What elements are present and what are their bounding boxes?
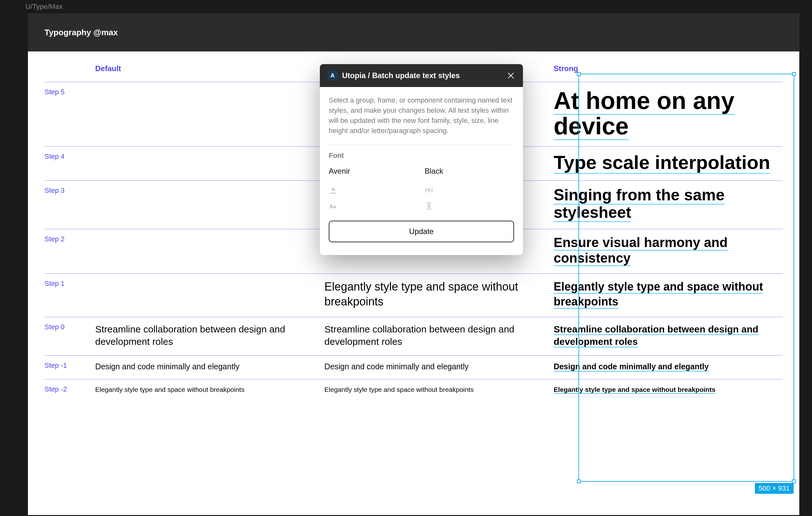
sample-prose[interactable]: Elegantly style type and space without b…: [324, 379, 553, 401]
step-label: Step -1: [45, 356, 95, 379]
step-label: Step 0: [45, 317, 95, 355]
sample-default[interactable]: [95, 147, 324, 181]
dialog-header[interactable]: A Utopia / Batch update text styles: [320, 64, 523, 87]
sample-strong[interactable]: Elegantly style type and space without b…: [554, 274, 783, 317]
sample-default[interactable]: [95, 274, 324, 317]
sample-default[interactable]: Streamline collaboration between design …: [95, 317, 324, 355]
font-weight-select[interactable]: Black: [425, 164, 514, 178]
step-label: Step 4: [45, 147, 95, 181]
breadcrumb[interactable]: U/Type/Max: [0, 0, 812, 13]
sample-default[interactable]: [95, 181, 324, 229]
dialog-body: Select a group, frame, or component cont…: [320, 87, 523, 255]
sample-prose[interactable]: Streamline collaboration between design …: [324, 317, 553, 355]
step-label: Step 3: [45, 181, 95, 229]
col-header-strong: Strong: [554, 51, 783, 82]
step-label: Step -2: [45, 379, 95, 401]
frame-header: Typography @max: [28, 13, 799, 51]
resize-handle-br[interactable]: [792, 480, 796, 483]
font-size-icon[interactable]: [329, 200, 339, 211]
paragraph-spacing-icon[interactable]: [425, 200, 435, 211]
sample-default[interactable]: Elegantly style type and space without b…: [95, 379, 324, 401]
line-height-icon[interactable]: [329, 185, 339, 195]
canvas-area[interactable]: Default Prose Strong Step 5 At home on a…: [28, 51, 799, 515]
sample-strong[interactable]: Design and code minimally and elegantly: [554, 356, 783, 379]
update-button[interactable]: Update: [329, 221, 514, 242]
dialog-description: Select a group, frame, or component cont…: [329, 95, 514, 144]
close-icon[interactable]: [506, 71, 515, 80]
step-label: Step 5: [45, 82, 95, 146]
sample-default[interactable]: [95, 82, 324, 146]
sample-prose[interactable]: Design and code minimally and elegantly: [324, 356, 553, 379]
resize-handle-bl[interactable]: [577, 480, 581, 483]
sample-strong[interactable]: Elegantly style type and space without b…: [554, 379, 783, 401]
plugin-icon: A: [327, 71, 338, 81]
step-label: Step 2: [45, 229, 95, 273]
step-label: Step 1: [45, 274, 95, 317]
sample-default[interactable]: [95, 229, 324, 273]
frame-title: Typography @max: [45, 28, 118, 37]
selection-dimensions-badge: 500 × 931: [755, 483, 793, 494]
sample-strong[interactable]: Singing from the same stylesheet: [554, 181, 783, 229]
dialog-title: Utopia / Batch update text styles: [342, 71, 502, 80]
letter-spacing-icon[interactable]: [425, 185, 435, 195]
sample-strong[interactable]: Streamline collaboration between design …: [554, 317, 783, 355]
col-header-default: Default: [95, 51, 324, 82]
batch-update-dialog: A Utopia / Batch update text styles Sele…: [320, 64, 523, 255]
sample-prose[interactable]: Elegantly style type and space without b…: [324, 274, 553, 317]
sample-strong[interactable]: Type scale interpolation: [554, 147, 783, 181]
sample-strong[interactable]: Ensure visual harmony and consistency: [554, 229, 783, 273]
font-section-label: Font: [329, 152, 514, 160]
sample-default[interactable]: Design and code minimally and elegantly: [95, 356, 324, 379]
font-family-select[interactable]: Avenir: [329, 164, 418, 178]
sample-strong[interactable]: At home on any device: [554, 82, 783, 146]
